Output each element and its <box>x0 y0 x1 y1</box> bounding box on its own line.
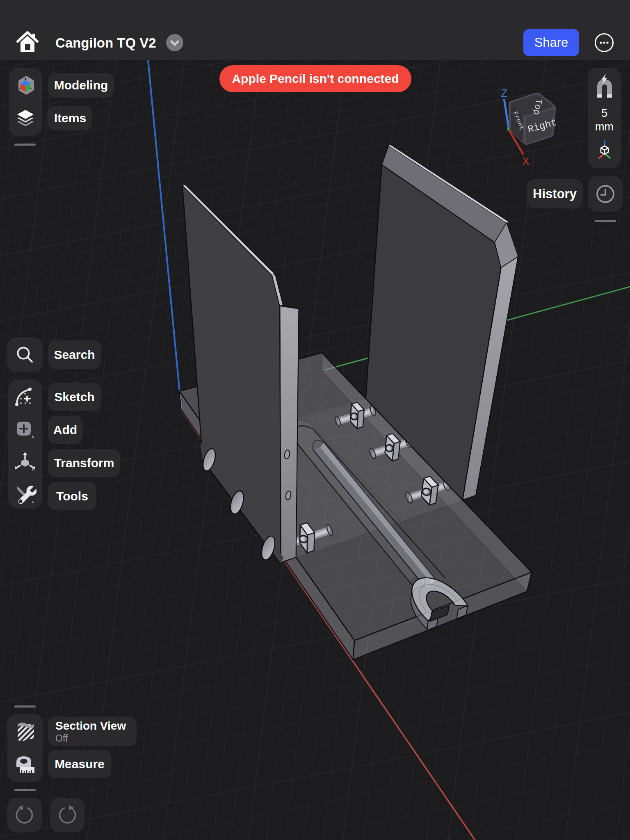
svg-text:X: X <box>523 156 529 168</box>
svg-text:Z: Z <box>501 88 507 100</box>
